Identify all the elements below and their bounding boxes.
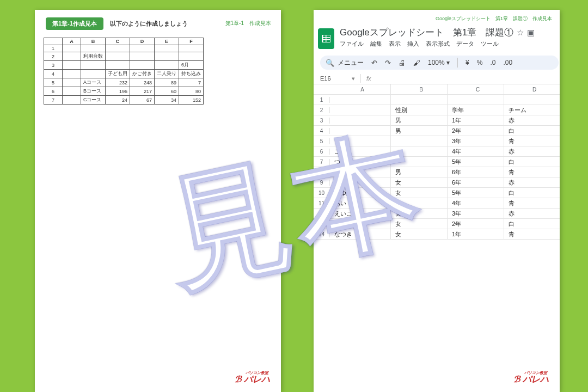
grid-cell[interactable] xyxy=(391,95,448,105)
row-header: 1 xyxy=(44,45,63,52)
grid-cell[interactable]: こう xyxy=(330,146,391,156)
grid-cell[interactable] xyxy=(330,167,391,177)
grid-cell[interactable]: 白 xyxy=(504,126,560,136)
menu-item[interactable]: 表示 xyxy=(389,40,401,48)
print-icon[interactable]: 🖨 xyxy=(399,59,406,67)
row-header[interactable]: 8 xyxy=(314,169,330,175)
grid-cell[interactable]: 女 xyxy=(391,198,448,208)
document-title[interactable]: Googleスプレッドシート 第1章 課題① xyxy=(340,26,513,39)
grid-cell[interactable]: 2年 xyxy=(448,126,504,136)
menu-item[interactable]: ツール xyxy=(481,40,499,48)
grid-cell[interactable] xyxy=(448,95,504,105)
grid-cell[interactable]: 1年 xyxy=(448,115,504,125)
row-header[interactable]: 9 xyxy=(314,180,330,186)
row-header[interactable]: 5 xyxy=(314,138,330,144)
grid-cell[interactable] xyxy=(330,95,391,105)
grid-cell[interactable]: 女 xyxy=(391,209,448,218)
grid-cell[interactable]: 4年 xyxy=(448,146,504,156)
grid-cell[interactable]: 青 xyxy=(504,167,560,177)
grid-cell[interactable]: なつき xyxy=(330,229,391,239)
chevron-down-icon[interactable]: ▾ xyxy=(352,75,355,82)
grid-cell[interactable]: かな xyxy=(330,219,391,229)
grid-cell[interactable]: 青 xyxy=(504,229,560,239)
decrease-decimal-button[interactable]: .0 xyxy=(490,59,495,66)
grid-cell[interactable] xyxy=(391,136,448,146)
grid-cell[interactable]: 青 xyxy=(504,198,560,208)
undo-icon[interactable]: ↶ xyxy=(371,59,377,67)
grid-cell[interactable]: 5年 xyxy=(448,188,504,198)
row-header[interactable]: 4 xyxy=(314,128,330,134)
grid-cell[interactable]: 赤 xyxy=(504,177,560,187)
col-header[interactable]: C xyxy=(448,84,504,94)
grid-cell[interactable]: 5年 xyxy=(448,157,504,167)
move-icon[interactable]: ▣ xyxy=(527,28,535,38)
grid-cell[interactable] xyxy=(330,126,391,136)
row-header[interactable]: 7 xyxy=(314,159,330,165)
row-header[interactable]: 12 xyxy=(314,211,330,217)
grid-cell[interactable]: 赤 xyxy=(504,115,560,125)
grid-cell[interactable] xyxy=(330,136,391,146)
row-header[interactable]: 2 xyxy=(314,107,330,113)
grid-cell[interactable]: 6年 xyxy=(448,177,504,187)
menu-item[interactable]: 挿入 xyxy=(407,40,419,48)
row-header[interactable]: 1 xyxy=(314,97,330,103)
table-cell: 217 xyxy=(130,87,155,96)
grid-cell[interactable]: 2年 xyxy=(448,219,504,229)
grid-cell[interactable]: まゆか xyxy=(330,188,391,198)
grid-cell[interactable]: 女 xyxy=(391,188,448,198)
menu-item[interactable]: 表示形式 xyxy=(426,40,450,48)
col-header[interactable]: A xyxy=(330,84,391,94)
zoom-select[interactable]: 100% ▾ xyxy=(428,59,450,66)
grid-cell[interactable]: チーム xyxy=(504,105,560,115)
increase-decimal-button[interactable]: .00 xyxy=(503,59,512,66)
grid-cell[interactable]: 白 xyxy=(504,157,560,167)
col-header[interactable]: B xyxy=(391,84,448,94)
grid-cell[interactable]: 男 xyxy=(391,126,448,136)
grid-cell[interactable] xyxy=(330,105,391,115)
grid-cell[interactable]: えいこ xyxy=(330,209,391,218)
grid-cell[interactable] xyxy=(391,146,448,156)
grid-cell[interactable]: つば xyxy=(330,157,391,167)
row-header[interactable]: 3 xyxy=(314,118,330,124)
col-header[interactable]: D xyxy=(504,84,560,94)
grid-cell[interactable] xyxy=(330,115,391,125)
grid-cell[interactable]: 女 xyxy=(391,177,448,187)
grid-cell[interactable]: 6年 xyxy=(448,167,504,177)
row-header[interactable]: 6 xyxy=(314,149,330,155)
grid-cell[interactable]: 女 xyxy=(391,219,448,229)
row-header[interactable]: 10 xyxy=(314,190,330,196)
menu-search[interactable]: 🔍 メニュー xyxy=(326,58,364,68)
grid-cell[interactable]: 3年 xyxy=(448,136,504,146)
grid-cell[interactable]: 3年 xyxy=(448,209,504,218)
row-header[interactable]: 14 xyxy=(314,231,330,237)
menu-item[interactable]: ファイル xyxy=(340,40,364,48)
grid-cell[interactable]: 男 xyxy=(391,115,448,125)
grid-cell[interactable]: 性別 xyxy=(391,105,448,115)
col-header: B xyxy=(81,38,106,45)
name-box[interactable]: E16 xyxy=(320,75,346,82)
redo-icon[interactable]: ↷ xyxy=(385,59,391,67)
grid-cell[interactable]: あい xyxy=(330,198,391,208)
percent-button[interactable]: % xyxy=(477,59,483,66)
spreadsheet-grid[interactable]: ABCD 12性別学年チーム3男1年赤4男2年白53年青6こう4年赤7つば5年白… xyxy=(314,84,560,240)
grid-cell[interactable]: 青 xyxy=(504,136,560,146)
grid-cell[interactable]: 白 xyxy=(504,219,560,229)
grid-cell[interactable]: 男 xyxy=(391,167,448,177)
grid-cell[interactable]: 女 xyxy=(391,229,448,239)
row-header[interactable]: 13 xyxy=(314,221,330,227)
grid-cell[interactable]: 赤 xyxy=(504,209,560,218)
grid-cell[interactable] xyxy=(330,177,391,187)
grid-cell[interactable]: 赤 xyxy=(504,146,560,156)
grid-cell[interactable]: 学年 xyxy=(448,105,504,115)
paint-format-icon[interactable]: 🖌 xyxy=(413,59,420,67)
row-header[interactable]: 11 xyxy=(314,200,330,206)
menu-item[interactable]: 編集 xyxy=(370,40,382,48)
grid-cell[interactable]: 白 xyxy=(504,188,560,198)
grid-cell[interactable] xyxy=(391,157,448,167)
grid-cell[interactable]: 4年 xyxy=(448,198,504,208)
menu-item[interactable]: データ xyxy=(456,40,474,48)
grid-cell[interactable]: 1年 xyxy=(448,229,504,239)
star-icon[interactable]: ☆ xyxy=(517,28,524,38)
grid-cell[interactable] xyxy=(504,95,560,105)
currency-button[interactable]: ¥ xyxy=(465,59,469,66)
